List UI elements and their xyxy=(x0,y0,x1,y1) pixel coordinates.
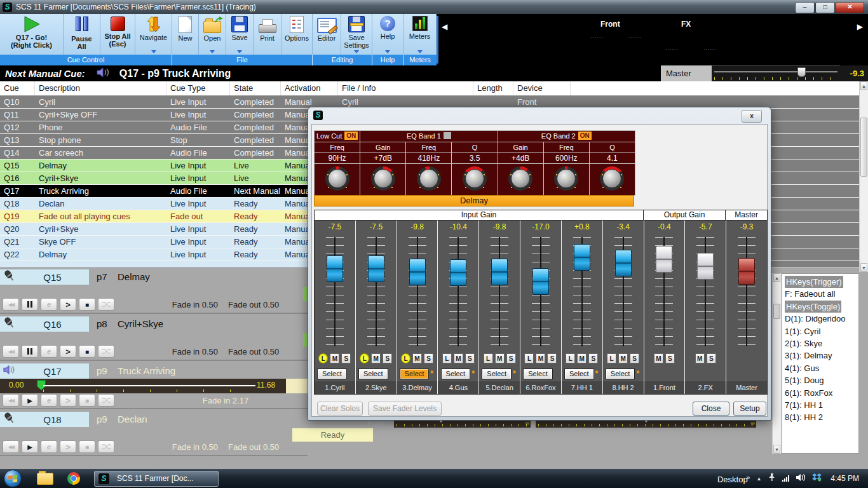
options-button[interactable]: Options xyxy=(281,14,313,55)
mute-button[interactable]: M xyxy=(695,353,705,363)
select-button[interactable]: Select xyxy=(441,369,471,379)
hkey-item[interactable]: 8(1): HH 2 xyxy=(785,411,855,423)
stop-button[interactable] xyxy=(79,298,95,311)
play-button[interactable] xyxy=(22,394,38,407)
fader-handle[interactable] xyxy=(574,244,590,271)
volume-tray-icon[interactable] xyxy=(796,473,806,484)
rewind-button[interactable] xyxy=(3,298,19,311)
desktop-toolbar[interactable]: Desktop » xyxy=(717,473,750,484)
mute-button[interactable]: M xyxy=(654,353,663,363)
listen-button[interactable]: L xyxy=(401,353,410,363)
clear-solos-button[interactable]: Clear Solos xyxy=(317,402,363,416)
hkey-item[interactable]: 6(1): RoxFox xyxy=(785,387,855,399)
navigate-button[interactable]: Navigate xyxy=(135,14,172,55)
listen-button[interactable]: L xyxy=(360,353,369,363)
fader[interactable] xyxy=(603,233,644,351)
help-button[interactable]: Help xyxy=(372,14,403,55)
meters-button[interactable]: Meters xyxy=(403,14,437,55)
fader-handle[interactable] xyxy=(327,255,343,282)
solo-button[interactable]: S xyxy=(588,353,598,363)
rewind-button[interactable] xyxy=(3,440,19,453)
eq-band1-cell[interactable]: EQ Band 1 xyxy=(360,131,497,142)
fader-handle[interactable] xyxy=(615,250,632,276)
solo-button[interactable]: S xyxy=(424,353,433,363)
pause-button[interactable] xyxy=(22,298,38,311)
print-button[interactable]: Print xyxy=(254,14,281,55)
hkey-item[interactable]: 2(1): Skye xyxy=(785,337,855,349)
low-cut-cell[interactable]: Low CutON xyxy=(315,131,360,142)
hkeys-scrollbar[interactable]: ▲ ▼ xyxy=(772,273,781,454)
rewind-button[interactable] xyxy=(3,345,19,358)
fader[interactable] xyxy=(315,233,355,351)
mute-button[interactable]: M xyxy=(412,353,422,363)
minimize-button[interactable]: – xyxy=(795,2,815,13)
eq-knob[interactable] xyxy=(600,166,624,191)
chrome-taskbar-icon[interactable] xyxy=(67,472,80,485)
stop-button[interactable] xyxy=(79,440,95,453)
scrollbar-thumb[interactable] xyxy=(773,304,780,319)
shuffle-button[interactable] xyxy=(98,440,114,453)
envelope-button[interactable] xyxy=(41,394,57,407)
fader-handle[interactable] xyxy=(491,259,508,285)
scroll-up-arrow[interactable]: ▲ xyxy=(773,273,780,282)
envelope-button[interactable] xyxy=(41,298,57,311)
scroll-down-arrow[interactable]: ▼ xyxy=(860,263,867,272)
open-button[interactable]: Open xyxy=(199,14,226,55)
pause-all-button[interactable]: Pause All xyxy=(64,14,100,55)
listen-button[interactable]: L xyxy=(566,353,575,363)
player-q17-progress[interactable]: 0.00 11.68 xyxy=(0,379,308,393)
go-next-button[interactable] xyxy=(60,345,76,358)
listen-button[interactable]: L xyxy=(484,353,493,363)
solo-button[interactable]: S xyxy=(547,353,557,363)
fader-handle[interactable] xyxy=(532,268,549,295)
start-button[interactable] xyxy=(4,470,22,487)
fader-handle[interactable] xyxy=(738,258,755,285)
dialog-close-button[interactable]: x xyxy=(742,110,762,123)
editor-button[interactable]: Editor xyxy=(313,14,341,55)
rewind-button[interactable] xyxy=(3,394,19,407)
master-slider-handle[interactable] xyxy=(797,67,806,77)
eq-knob[interactable] xyxy=(325,166,349,191)
save-fader-levels-button[interactable]: Save Fader Levels xyxy=(368,402,442,416)
eq-knob[interactable] xyxy=(371,166,395,191)
go-button[interactable]: Q17 - Go! (Right Click) xyxy=(0,14,64,55)
select-button[interactable]: Select xyxy=(564,369,594,379)
go-next-button[interactable] xyxy=(60,440,76,453)
scroll-up-arrow[interactable]: ▲ xyxy=(860,81,867,90)
show-hidden-icons[interactable]: ▲ xyxy=(756,476,761,482)
solo-button[interactable]: S xyxy=(465,353,475,363)
hkey-item[interactable]: 1(1): Cyril xyxy=(785,325,855,337)
stop-button[interactable] xyxy=(79,345,95,358)
fader[interactable] xyxy=(685,233,726,351)
mute-button[interactable]: M xyxy=(536,353,545,363)
listen-button[interactable]: L xyxy=(524,353,534,363)
hkey-item[interactable]: 3(1): Delmay xyxy=(785,349,855,362)
explorer-taskbar-icon[interactable] xyxy=(37,473,53,485)
eq-knob[interactable] xyxy=(554,166,578,191)
mute-button[interactable]: M xyxy=(371,353,381,363)
new-button[interactable]: New xyxy=(172,14,199,55)
fader-handle[interactable] xyxy=(697,253,714,280)
mute-button[interactable]: M xyxy=(454,353,463,363)
master-slider[interactable] xyxy=(712,65,840,81)
mute-button[interactable]: M xyxy=(618,353,628,363)
fader[interactable] xyxy=(397,233,438,351)
eq-knob[interactable] xyxy=(508,166,532,191)
setup-button[interactable]: Setup xyxy=(733,402,766,416)
fader[interactable] xyxy=(726,233,767,351)
select-button-active[interactable]: Select xyxy=(400,369,430,379)
solo-button[interactable]: S xyxy=(630,353,639,363)
meters-left-arrow[interactable]: ◀ xyxy=(442,22,447,31)
eq-knob[interactable] xyxy=(463,166,487,191)
mute-button[interactable]: M xyxy=(495,353,505,363)
dropbox-tray-icon[interactable] xyxy=(812,473,822,484)
network-tray-icon[interactable] xyxy=(782,475,789,482)
save-settings-button[interactable]: Save Settings xyxy=(341,14,372,55)
restore-button[interactable]: □ xyxy=(815,2,835,13)
shuffle-button[interactable] xyxy=(98,298,114,311)
listen-button[interactable]: L xyxy=(442,353,452,363)
fader[interactable] xyxy=(356,233,397,351)
mute-button[interactable]: M xyxy=(577,353,587,363)
fader[interactable] xyxy=(438,233,478,351)
solo-button[interactable]: S xyxy=(665,353,675,363)
